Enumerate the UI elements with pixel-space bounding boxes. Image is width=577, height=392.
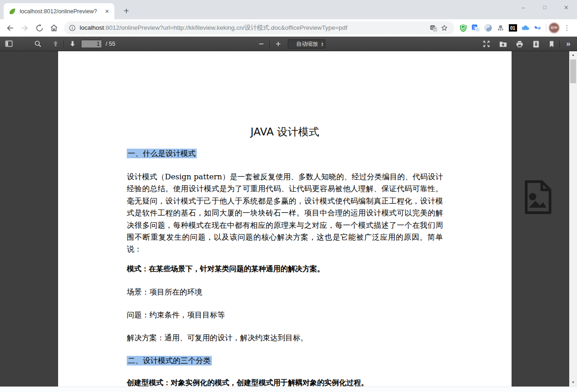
pattern-definition-line: 模式：在某些场景下，针对某类问题的某种通用的解决方案。 xyxy=(127,264,443,274)
open-file-icon xyxy=(499,40,507,48)
window-controls: – □ ✕ xyxy=(512,0,577,15)
svg-text:G: G xyxy=(476,27,479,32)
tab-close-icon[interactable]: ✕ xyxy=(103,8,111,15)
page-down-icon xyxy=(69,40,76,48)
octotree-extension-button[interactable] xyxy=(494,21,507,34)
cloud-icon xyxy=(521,23,530,32)
toolbar-separator xyxy=(270,40,270,48)
section-heading-1: 一、什么是设计模式 xyxy=(127,149,443,159)
zoom-out-icon xyxy=(258,40,265,48)
zoom-controls: 自动缩放 ▴▾ xyxy=(255,37,325,51)
vertical-scrollbar[interactable]: ▲ ▼ xyxy=(569,51,577,387)
broken-image-placeholder xyxy=(523,179,553,215)
solution-line: 解决方案：通用、可复用的设计，解决约束达到目标。 xyxy=(127,333,443,343)
tab-strip: localhost:8012/onlinePreview? ✕ + – □ ✕ xyxy=(0,0,577,19)
minimize-button[interactable]: – xyxy=(512,0,534,15)
scene-line: 场景：项目所在的环境 xyxy=(127,287,443,297)
scroll-down-arrow[interactable]: ▼ xyxy=(569,379,577,386)
url-bar[interactable]: localhost:8012/onlinePreview?url=http://… xyxy=(64,21,454,34)
highlighted-text: 二、设计模式的三个分类 xyxy=(127,356,212,365)
cloud-extension-button[interactable] xyxy=(519,21,531,34)
toolbar-right-group: » xyxy=(480,37,574,51)
new-tab-button[interactable]: + xyxy=(120,5,133,17)
translate-page-button[interactable]: G 文 xyxy=(428,22,439,33)
spring-leaf-favicon xyxy=(9,8,16,15)
translate-page-icon: G 文 xyxy=(430,24,437,32)
presentation-mode-icon xyxy=(482,40,491,48)
translate-extension-button[interactable]: 文 G xyxy=(469,21,482,34)
zoom-in-button[interactable] xyxy=(272,38,284,50)
browser-window: localhost:8012/onlinePreview? ✕ + – □ ✕ xyxy=(0,0,577,392)
swirl-extension-button[interactable] xyxy=(482,21,494,34)
butterfly-icon xyxy=(533,23,542,32)
toolbar-separator xyxy=(560,40,560,48)
toolbar-divider xyxy=(546,24,546,32)
double-chevron-icon: » xyxy=(566,39,570,48)
close-button[interactable]: ✕ xyxy=(555,0,577,15)
zoom-select[interactable]: 自动缩放 ▴▾ xyxy=(288,39,325,48)
translate-extension-icon: 文 G xyxy=(471,24,480,32)
search-button[interactable] xyxy=(32,38,44,50)
open-file-button[interactable] xyxy=(497,38,509,50)
profile-avatar[interactable]: 精华 xyxy=(549,22,560,33)
url-host: localhost xyxy=(80,24,104,31)
info-icon xyxy=(69,24,76,32)
highlighted-text: 一、什么是设计模式 xyxy=(127,149,197,158)
forward-icon xyxy=(20,23,29,32)
presentation-mode-button[interactable] xyxy=(480,38,492,50)
document-title: JAVA 设计模式 xyxy=(127,125,443,139)
home-icon xyxy=(49,23,59,32)
maximize-button[interactable]: □ xyxy=(534,0,555,15)
tab-title: localhost:8012/onlinePreview? xyxy=(20,8,103,15)
reload-icon xyxy=(35,24,44,32)
page-count-label: / 55 xyxy=(106,41,115,47)
intro-paragraph: 设计模式（Design pattern）是一套被反复使用、多数人知晓的、经过分类… xyxy=(127,171,443,256)
back-icon xyxy=(5,23,15,32)
page-number-input[interactable] xyxy=(81,40,102,48)
pdf-viewer-area: JAVA 设计模式 一、什么是设计模式 设计模式（Design pattern）… xyxy=(0,51,577,387)
bookmark-button[interactable] xyxy=(545,38,557,50)
scrollbar-thumb[interactable] xyxy=(570,59,576,83)
search-icon xyxy=(34,40,42,48)
zoom-in-icon xyxy=(275,40,282,48)
select-arrows-icon: ▴▾ xyxy=(321,42,323,46)
badge-01-extension-button[interactable]: 01 xyxy=(507,21,519,34)
page-up-icon xyxy=(52,40,59,48)
svg-text:文: 文 xyxy=(433,27,436,31)
bookmark-icon xyxy=(548,40,555,48)
more-tools-button[interactable]: » xyxy=(562,38,574,50)
octopus-icon xyxy=(496,24,505,32)
butterfly-extension-button[interactable] xyxy=(531,21,544,34)
download-icon xyxy=(532,40,540,48)
print-button[interactable] xyxy=(513,38,525,50)
print-icon xyxy=(515,40,524,48)
sidebar-toggle-icon xyxy=(5,39,13,48)
bottom-strip xyxy=(0,387,577,392)
page-down-button[interactable] xyxy=(66,38,78,50)
badge-01-icon: 01 xyxy=(509,24,517,32)
zoom-out-button[interactable] xyxy=(255,38,267,50)
back-button[interactable] xyxy=(4,21,16,34)
adguard-extension-button[interactable] xyxy=(457,21,469,34)
forward-button[interactable] xyxy=(18,21,31,34)
page-up-button[interactable] xyxy=(49,38,61,50)
browser-tab[interactable]: localhost:8012/onlinePreview? ✕ xyxy=(4,3,114,19)
sidebar-toggle-button[interactable] xyxy=(3,38,15,50)
swirl-circle-icon xyxy=(484,23,493,32)
toolbar-separator xyxy=(64,40,64,48)
bookmark-star-button[interactable] xyxy=(439,22,450,33)
zoom-select-value: 自动缩放 xyxy=(293,40,321,48)
creational-pattern-line: 创建型模式：对象实例化的模式，创建型模式用于解耦对象的实例化过程。 xyxy=(127,378,443,387)
scroll-up-arrow[interactable]: ▲ xyxy=(569,51,577,58)
browser-menu-button[interactable]: ⋮ xyxy=(561,22,572,33)
section-heading-2: 二、设计模式的三个分类 xyxy=(127,356,443,366)
url-text: localhost:8012/onlinePreview?url=http://… xyxy=(80,24,428,32)
url-path: :8012/onlinePreview?url=http://kkfilevie… xyxy=(104,24,347,31)
problem-line: 问题：约束条件，项目目标等 xyxy=(127,310,443,320)
address-bar: localhost:8012/onlinePreview?url=http://… xyxy=(0,19,577,37)
reload-button[interactable] xyxy=(33,21,46,34)
home-button[interactable] xyxy=(48,21,60,34)
shield-icon xyxy=(459,24,468,32)
pdf-page: JAVA 设计模式 一、什么是设计模式 设计模式（Design pattern）… xyxy=(58,51,512,387)
download-button[interactable] xyxy=(530,38,542,50)
